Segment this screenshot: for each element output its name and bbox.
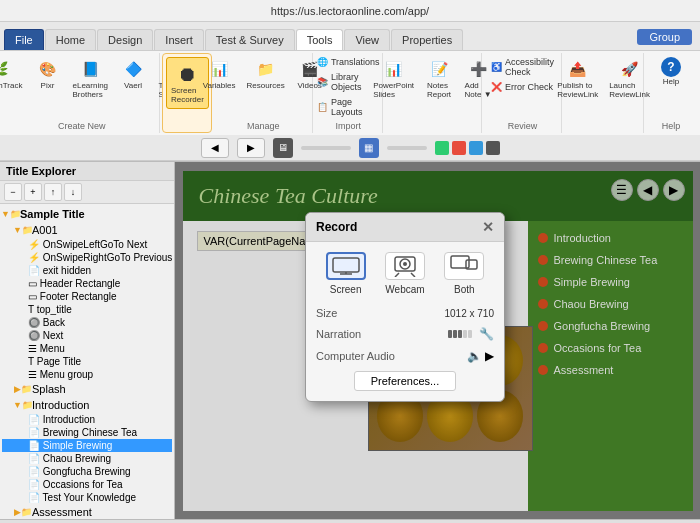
narration-label: Narration (316, 328, 361, 340)
tree-item-occasionsfortea[interactable]: 📄 Occasions for Tea (2, 478, 172, 491)
tree-item-assessment[interactable]: ▶📁 Assessment (2, 504, 172, 517)
tree-move-down-btn[interactable]: ↓ (64, 183, 82, 201)
record-both-option[interactable]: Both (444, 252, 484, 295)
narration-settings-icon[interactable]: 🔧 (479, 327, 494, 341)
ribbon-section-help: ? Help Help (646, 53, 696, 133)
publishtoreviewlink-btn[interactable]: 📤 Publish toReviewLink (553, 55, 602, 101)
vaerl-btn[interactable]: 🔷 Vaerl (115, 55, 151, 101)
title-explorer-label: Title Explorer (6, 165, 76, 177)
nav-prev-btn[interactable]: ◀ (201, 138, 229, 158)
tab-design[interactable]: Design (97, 29, 153, 50)
tree-item-simplebrewing[interactable]: 📄 Simple Brewing (2, 439, 172, 452)
record-dialog-title: Record (316, 220, 357, 234)
tree-content: ▼📁 Sample Title ▼📁 A001 ⚡ OnSwipeLeftGoT… (0, 204, 174, 517)
monitor-device-btn[interactable]: 🖥 (273, 138, 293, 158)
color-blue-btn[interactable] (469, 141, 483, 155)
size-value: 1012 x 710 (445, 308, 495, 319)
tab-testandsurvey[interactable]: Test & Survey (205, 29, 295, 50)
variables-icon: 📊 (207, 57, 231, 81)
size-label: Size (316, 307, 337, 319)
record-prefs-section: Preferences... (316, 371, 494, 391)
translations-icon: 🌐 (317, 57, 328, 67)
powerpointslides-btn[interactable]: 📊 PowerPointSlides (369, 55, 418, 101)
tree-item-a001[interactable]: ▼📁 A001 (2, 222, 172, 238)
tree-item-back[interactable]: 🔘 Back (2, 316, 172, 329)
tab-insert[interactable]: Insert (154, 29, 204, 50)
pixr-btn[interactable]: 🎨 Pixr (29, 55, 65, 101)
color-red-btn[interactable] (452, 141, 466, 155)
tree-collapse-btn[interactable]: − (4, 183, 22, 201)
tree-expand-btn[interactable]: + (24, 183, 42, 201)
errorcheck-btn[interactable]: ❌ Error Check (487, 80, 558, 94)
tree-item-introduction-page[interactable]: 📄 Introduction (2, 413, 172, 426)
elearning-icon: 📘 (78, 57, 102, 81)
color-green-btn[interactable] (435, 141, 449, 155)
device-color-btns (435, 141, 500, 155)
tree-item-exithidden[interactable]: 📄 exit hidden (2, 264, 172, 277)
tablet-device-btn[interactable]: ▦ (359, 138, 379, 158)
review-label: Review (508, 119, 538, 131)
tree-item-chaoubrewing[interactable]: 📄 Chaou Brewing (2, 452, 172, 465)
canvas-area: Chinese Tea Culture VAR(CurrentPageName) (175, 162, 700, 519)
ribbon-section-review: ♿ Accessibility Check ❌ Error Check Revi… (484, 53, 563, 133)
bottom-toolbar: Rec ⚙ ✏ Cancel (0, 519, 700, 523)
color-dark-btn[interactable] (486, 141, 500, 155)
variables-btn[interactable]: 📊 Variables (199, 55, 240, 92)
tree-item-gongfucha[interactable]: 📄 Gongfucha Brewing (2, 465, 172, 478)
notes-icon: 📝 (427, 57, 451, 81)
screen-option-icon (326, 252, 366, 280)
vaerl-icon: 🔷 (121, 57, 145, 81)
ribbon-section-manage: 📊 Variables 📁 Resources 🎬 Videos Manage (214, 53, 312, 133)
tree-item-brewingchinese[interactable]: 📄 Brewing Chinese Tea (2, 426, 172, 439)
tree-item-introduction-folder[interactable]: ▼📁 Introduction (2, 397, 172, 413)
tab-tools[interactable]: Tools (296, 29, 344, 50)
tree-move-up-btn[interactable]: ↑ (44, 183, 62, 201)
library-icon: 📚 (317, 77, 328, 87)
group-button[interactable]: Group (637, 29, 692, 45)
tab-view[interactable]: View (344, 29, 390, 50)
tab-file[interactable]: File (4, 29, 44, 50)
tree-item-menu[interactable]: ☰ Menu (2, 342, 172, 355)
tab-home[interactable]: Home (45, 29, 96, 50)
tree-item-menugroup[interactable]: ☰ Menu group (2, 368, 172, 381)
computeraudio-arrow[interactable]: ▶ (485, 349, 494, 363)
tree-item-pagetitle[interactable]: T Page Title (2, 355, 172, 368)
record-size-field: Size 1012 x 710 (316, 307, 494, 319)
tree-item-swipeleft[interactable]: ⚡ OnSwipeLeftGoTo Next (2, 238, 172, 251)
folder-icon: ▼📁 (16, 398, 30, 412)
tree-item-next[interactable]: 🔘 Next (2, 329, 172, 342)
webcam-option-icon (385, 252, 425, 280)
device-slider[interactable] (301, 146, 351, 150)
resources-icon: 📁 (254, 57, 278, 81)
svg-point-4 (403, 262, 407, 266)
help-label: Help (662, 119, 681, 131)
notes-btn[interactable]: 📝 NotesReport (421, 55, 457, 101)
folder-icon: ▼📁 (16, 223, 30, 237)
tab-properties[interactable]: Properties (391, 29, 463, 50)
tree-item-testyourknowledge[interactable]: 📄 Test Your Knowledge (2, 491, 172, 504)
launch-icon: 🚀 (618, 57, 642, 81)
nav-next-btn[interactable]: ▶ (237, 138, 265, 158)
record-dialog-close-btn[interactable]: ✕ (482, 219, 494, 235)
resources-btn[interactable]: 📁 Resources (242, 55, 288, 92)
accessibilitycheck-btn[interactable]: ♿ Accessibility Check (487, 55, 558, 79)
tree-item-sampletitle[interactable]: ▼📁 Sample Title (2, 206, 172, 222)
help-icon: ? (661, 57, 681, 77)
tree-item-splash[interactable]: ▶📁 Splash (2, 381, 172, 397)
record-screen-option[interactable]: Screen (326, 252, 366, 295)
computeraudio-controls: 🔈 ▶ (467, 349, 494, 363)
help-btn[interactable]: ? Help (653, 55, 689, 88)
url-display: https://us.lectoraonline.com/app/ (271, 5, 429, 17)
elearning-btn[interactable]: 📘 eLearningBrothers (68, 55, 112, 101)
tree-item-toptitle[interactable]: T top_title (2, 303, 172, 316)
tree-item-swiperight[interactable]: ⚡ OnSwipeRightGoTo Previous (2, 251, 172, 264)
device-slider2[interactable] (387, 146, 427, 150)
branchtrack-btn[interactable]: 🌿 BranchTrack (0, 55, 26, 101)
record-webcam-option[interactable]: Webcam (385, 252, 425, 295)
tree-item-headerrect[interactable]: ▭ Header Rectangle (2, 277, 172, 290)
narration-audio-bar (448, 330, 472, 338)
preferences-button[interactable]: Preferences... (354, 371, 456, 391)
tree-item-footerrect[interactable]: ▭ Footer Rectangle (2, 290, 172, 303)
record-dialog-body: Screen Webcam Both (306, 242, 504, 401)
narration-controls: 🔧 (448, 327, 494, 341)
